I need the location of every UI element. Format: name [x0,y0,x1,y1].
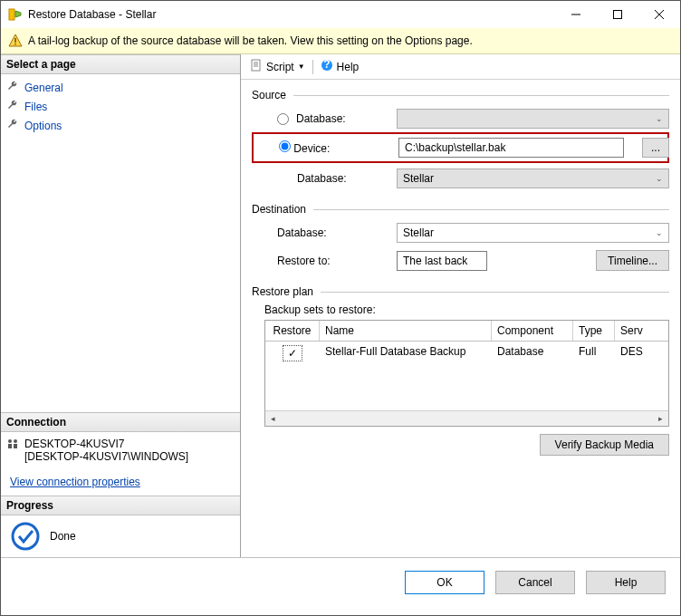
ok-button[interactable]: OK [405,571,484,594]
source-database-radio[interactable]: Database: [252,112,397,125]
warning-icon [8,34,23,48]
progress-status-row: Done [1,515,240,557]
dest-database-label: Database: [252,226,397,239]
svg-rect-10 [14,444,17,448]
verify-backup-button[interactable]: Verify Backup Media [540,434,669,456]
source-device-radio-input[interactable] [279,140,291,152]
svg-rect-9 [8,444,12,448]
scroll-left-icon[interactable]: ◂ [265,414,281,423]
svg-rect-0 [9,9,14,20]
col-name[interactable]: Name [320,321,492,341]
grid-header: Restore Name Component Type Serv [265,321,668,342]
wrench-icon [6,99,19,114]
window-title: Restore Database - Stellar [28,8,156,21]
chevron-down-icon: ⌄ [656,114,663,123]
script-label: Script [266,61,294,73]
svg-rect-5 [14,38,15,43]
warning-bar: A tail-log backup of the source database… [1,28,680,54]
svg-point-7 [8,439,12,443]
col-restore[interactable]: Restore [265,321,320,341]
maximize-button[interactable] [597,1,638,28]
wrench-icon [6,80,19,95]
svg-rect-12 [252,60,260,71]
restore-to-input[interactable]: The last back [397,251,487,271]
help-label: Help [337,61,360,73]
device-highlight: Device: C:\backup\stellar.bak [252,132,669,163]
progress-header: Progress [1,496,240,515]
help-dialog-button[interactable]: Help [586,571,666,594]
script-button[interactable]: Script ▼ [246,57,309,76]
grid-scrollbar[interactable]: ◂ ▸ [265,410,668,426]
toolbar: Script ▼ ? Help [241,54,680,80]
svg-text:?: ? [323,59,330,71]
device-path-input[interactable]: C:\backup\stellar.bak [398,138,624,158]
progress-status: Done [50,530,76,543]
select-page-header: Select a page [1,54,240,74]
dropdown-arrow-icon: ▼ [298,63,305,71]
row-name: Stellar-Full Database Backup [320,342,492,365]
source-database-label: Database: [296,112,346,125]
left-pane: Select a page General Files Options Conn… [1,54,241,557]
help-icon: ? [321,59,333,74]
backup-sets-label: Backup sets to restore: [252,298,669,316]
row-server: DES [615,342,651,365]
view-connection-link[interactable]: View connection properties [10,476,140,488]
destination-header: Destination [252,203,306,216]
connection-info: DESKTOP-4KUSVI7 [DESKTOP-4KUSVI7\WINDOWS… [1,432,240,468]
page-files[interactable]: Files [6,97,235,116]
col-type[interactable]: Type [573,321,615,341]
server-icon [6,438,19,463]
dest-database-select[interactable]: Stellar⌄ [397,223,669,243]
script-icon [250,59,263,74]
page-options[interactable]: Options [6,116,235,135]
row-type: Full [573,342,615,365]
col-component[interactable]: Component [492,321,573,341]
warning-text: A tail-log backup of the source database… [28,34,473,47]
table-row[interactable]: ✓ Stellar-Full Database Backup Database … [265,342,668,365]
source-db-below-select[interactable]: Stellar⌄ [397,168,669,188]
close-button[interactable] [638,1,680,28]
page-label: Options [24,120,62,132]
backup-sets-grid: Restore Name Component Type Serv ✓ Stell… [264,320,669,427]
cancel-button[interactable]: Cancel [495,571,575,594]
app-icon [8,7,23,22]
svg-point-11 [13,524,38,549]
row-component: Database [492,342,573,365]
source-database-select[interactable]: ⌄ [397,109,669,129]
chevron-down-icon: ⌄ [656,174,663,183]
restore-checkbox[interactable]: ✓ [283,345,302,361]
source-database-radio-input[interactable] [277,113,289,125]
connection-header: Connection [1,412,240,432]
help-button[interactable]: ? Help [317,57,363,76]
page-general[interactable]: General [6,78,235,97]
source-header: Source [252,89,286,101]
page-label: General [24,82,63,94]
svg-rect-2 [614,11,622,19]
page-label: Files [24,101,47,113]
svg-point-8 [14,439,17,443]
source-device-radio[interactable]: Device: [259,140,398,155]
svg-rect-6 [14,43,15,45]
scroll-right-icon[interactable]: ▸ [653,414,668,423]
titlebar: Restore Database - Stellar [1,1,680,28]
server-detail: [DESKTOP-4KUSVI7\WINDOWS] [24,450,188,463]
wrench-icon [6,118,19,133]
chevron-down-icon: ⌄ [656,228,663,237]
dialog-buttons: OK Cancel Help [1,557,680,607]
timeline-button[interactable]: Timeline... [596,250,669,271]
restore-plan-header: Restore plan [252,285,313,298]
restore-to-label: Restore to: [252,255,397,267]
col-server[interactable]: Serv [615,321,651,341]
done-check-icon [10,521,41,552]
minimize-button[interactable] [555,1,597,28]
source-db-below-label: Database: [252,172,397,185]
browse-device-button[interactable]: ... [642,138,669,158]
source-device-label: Device: [293,142,330,155]
server-name: DESKTOP-4KUSVI7 [24,438,188,450]
